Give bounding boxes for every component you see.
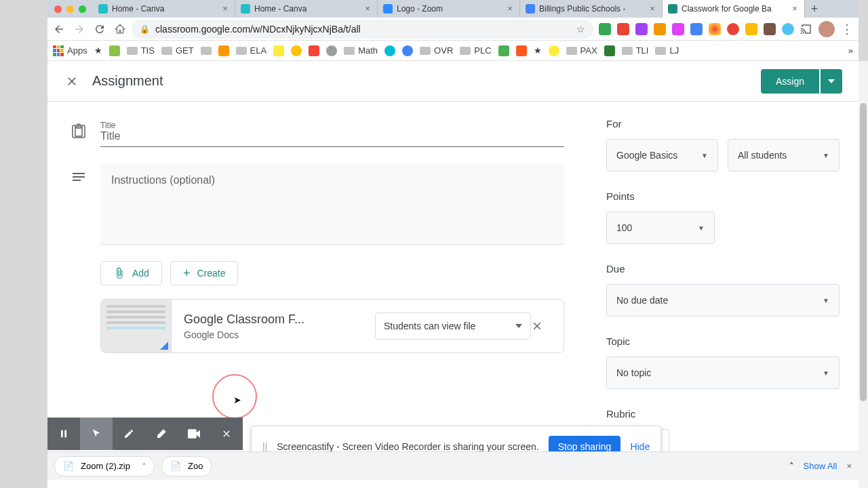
tab-close-icon[interactable]: × <box>791 5 799 13</box>
forward-button[interactable] <box>73 23 85 35</box>
bookmark[interactable] <box>291 45 302 56</box>
scrollbar[interactable] <box>860 103 867 401</box>
browser-menu[interactable]: ⋮ <box>841 22 853 37</box>
close-window[interactable] <box>54 5 62 13</box>
tab-canva-1[interactable]: Home - Canva × <box>93 0 235 18</box>
students-dropdown[interactable]: All students ▼ <box>728 139 840 171</box>
ext-icon[interactable] <box>599 23 611 35</box>
close-button[interactable] <box>64 73 80 89</box>
apps-button[interactable]: Apps <box>53 45 87 56</box>
ext-icon[interactable] <box>690 23 703 35</box>
class-dropdown[interactable]: Google Basics ▼ <box>606 139 718 171</box>
bookmark[interactable]: ★ <box>534 45 542 56</box>
bookmark-folder[interactable] <box>201 47 212 55</box>
tab-close-icon[interactable]: × <box>648 5 656 13</box>
bookmark[interactable] <box>549 45 559 56</box>
bookmark[interactable] <box>384 45 395 56</box>
pause-button[interactable] <box>47 418 80 450</box>
attachment-type: Google Docs <box>184 329 363 340</box>
tab-zoom[interactable]: Logo - Zoom × <box>378 0 520 18</box>
remove-attachment[interactable] <box>531 320 564 332</box>
ext-icon[interactable] <box>635 23 648 35</box>
bookmark-folder[interactable]: Math <box>344 45 378 56</box>
chevron-up-icon[interactable]: ˄ <box>789 461 794 471</box>
ext-icon[interactable] <box>617 23 629 35</box>
points-dropdown[interactable]: 100 ▼ <box>606 211 715 244</box>
tab-classroom[interactable]: Classwork for Google Ba × <box>663 0 805 18</box>
star-icon[interactable]: ☆ <box>576 24 585 35</box>
due-dropdown[interactable]: No due date ▼ <box>606 284 840 317</box>
plus-icon: + <box>183 266 191 281</box>
tab-close-icon[interactable]: × <box>363 5 372 13</box>
bookmark-folder[interactable]: TLI <box>622 45 649 56</box>
attachment-info[interactable]: Google Classroom F... Google Docs <box>172 312 375 340</box>
bookmark[interactable] <box>326 45 337 56</box>
new-tab-button[interactable]: + <box>805 0 824 18</box>
close-downloads-bar[interactable]: × <box>846 461 852 471</box>
chevron-down-icon: ▼ <box>698 224 705 232</box>
bookmark-folder[interactable]: LJ <box>655 45 679 56</box>
pen-button[interactable] <box>113 418 145 450</box>
bookmarks-overflow[interactable]: » <box>848 45 853 56</box>
cast-icon[interactable] <box>800 23 812 35</box>
profile-avatar[interactable] <box>818 21 835 37</box>
assign-dropdown[interactable] <box>821 69 842 94</box>
download-item[interactable]: 📄 Zoom (2).zip ˄ <box>54 456 155 476</box>
permission-dropdown[interactable]: Students can view file <box>375 312 531 340</box>
topic-dropdown[interactable]: No topic ▼ <box>606 357 840 389</box>
bookmark[interactable] <box>498 45 509 56</box>
home-button[interactable] <box>114 23 126 35</box>
attach-icon <box>113 267 125 279</box>
assign-button[interactable]: Assign <box>761 69 819 94</box>
bookmark[interactable] <box>402 45 413 56</box>
back-button[interactable] <box>53 23 65 35</box>
bookmark[interactable] <box>604 45 615 56</box>
ext-icon[interactable] <box>709 23 721 35</box>
ext-icon[interactable] <box>782 23 794 35</box>
ext-icon[interactable] <box>745 23 757 35</box>
download-item[interactable]: 📄 Zoo <box>161 456 212 476</box>
ext-icon[interactable] <box>654 23 666 35</box>
create-button[interactable]: + Create <box>170 261 239 285</box>
tab-close-icon[interactable]: × <box>506 5 514 13</box>
tab-title: Billings Public Schools - <box>539 4 644 14</box>
close-toolbar-button[interactable] <box>210 418 243 450</box>
show-all-button[interactable]: Show All <box>804 461 837 471</box>
minimize-window[interactable] <box>66 5 74 13</box>
tab-billings[interactable]: Billings Public Schools - × <box>520 0 663 18</box>
bookmark-folder[interactable]: PAX <box>566 45 597 56</box>
bookmark[interactable]: ★ <box>94 45 102 56</box>
bookmark[interactable] <box>309 45 319 56</box>
ext-icon[interactable] <box>764 23 776 35</box>
chevron-up-icon[interactable]: ˄ <box>142 462 146 470</box>
title-input[interactable] <box>100 130 564 142</box>
reload-button[interactable] <box>94 23 106 35</box>
add-button[interactable]: Add <box>100 261 162 285</box>
title-field[interactable]: Title <box>100 118 564 147</box>
instructions-field[interactable]: Instructions (optional) <box>100 163 564 245</box>
attachment-thumbnail[interactable] <box>101 300 172 352</box>
bookmark-folder[interactable]: ELA <box>236 45 267 56</box>
address-bar[interactable]: 🔒 classroom.google.com/w/NDcxNjkyNjcxNjB… <box>132 20 593 39</box>
ext-icon[interactable] <box>727 23 739 35</box>
bookmark[interactable] <box>516 45 527 56</box>
bookmark[interactable] <box>218 45 229 56</box>
bookmark-folder[interactable]: PLC <box>460 45 491 56</box>
bookmark[interactable] <box>273 45 284 56</box>
camera-button[interactable] <box>178 418 210 450</box>
title-label: Title <box>100 121 564 130</box>
bookmark-folder[interactable]: TIS <box>127 45 155 56</box>
favicon-icon <box>383 4 393 14</box>
bookmark-folder[interactable]: OVR <box>420 45 453 56</box>
tab-canva-2[interactable]: Home - Canva × <box>235 0 378 18</box>
pointer-button[interactable] <box>80 418 113 450</box>
ext-icon[interactable] <box>672 23 684 35</box>
bookmark-folder[interactable]: GET <box>161 45 194 56</box>
eraser-button[interactable] <box>145 418 178 450</box>
bookmark[interactable] <box>109 45 120 56</box>
maximize-window[interactable] <box>79 5 86 13</box>
due-value: No due date <box>616 295 668 306</box>
chevron-down-icon: ▼ <box>701 152 708 159</box>
tab-close-icon[interactable]: × <box>221 5 229 13</box>
hide-banner-button[interactable]: Hide <box>630 441 650 452</box>
